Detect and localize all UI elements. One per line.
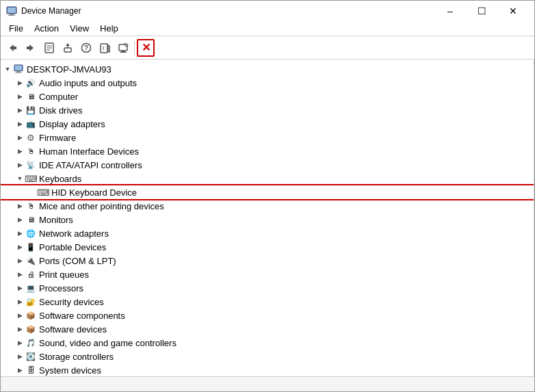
svg-rect-21 xyxy=(121,51,125,52)
tree-item-storage[interactable]: ▶ Storage controllers xyxy=(1,350,534,363)
app-icon xyxy=(6,5,17,16)
network-icon xyxy=(25,228,36,239)
tree-item-firmware[interactable]: ▶ Firmware xyxy=(1,131,534,144)
tree-item-portable[interactable]: ▶ Portable Devices xyxy=(1,240,534,254)
root-node[interactable]: ▼ DESKTOP-JMVAU93 xyxy=(1,62,534,76)
audio-label: Audio inputs and outputs xyxy=(39,78,137,88)
menu-view[interactable]: View xyxy=(64,22,94,35)
device-manager-window: Device Manager – ☐ ✕ File Action View He… xyxy=(0,0,535,392)
scan-hardware-button[interactable] xyxy=(114,39,132,57)
root-computer-icon xyxy=(13,64,24,75)
mice-icon xyxy=(25,200,36,211)
tree-item-sysdev[interactable]: ▶ System devices xyxy=(1,363,534,376)
sound-expand-icon[interactable]: ▶ xyxy=(14,337,25,348)
tree-item-ports[interactable]: ▶ Ports (COM & LPT) xyxy=(1,254,534,267)
sound-icon xyxy=(25,337,36,348)
uninstall-button[interactable] xyxy=(96,39,114,57)
tree-item-processors[interactable]: ▶ Processors xyxy=(1,281,534,295)
tree-item-sound[interactable]: ▶ Sound, video and game controllers xyxy=(1,336,534,350)
tree-item-keyboards[interactable]: ▼ Keyboards xyxy=(1,172,534,185)
menu-help[interactable]: Help xyxy=(94,22,124,35)
portable-expand-icon[interactable]: ▶ xyxy=(14,241,25,252)
disk-expand-icon[interactable]: ▶ xyxy=(14,105,25,116)
close-button[interactable]: ✕ xyxy=(497,1,529,21)
help-button[interactable]: ? xyxy=(77,39,95,57)
firmware-expand-icon[interactable]: ▶ xyxy=(14,132,25,143)
menu-action[interactable]: Action xyxy=(29,22,64,35)
tree-item-computer[interactable]: ▶ Computer xyxy=(1,90,534,103)
storage-label: Storage controllers xyxy=(39,352,114,362)
monitors-expand-icon[interactable]: ▶ xyxy=(14,214,25,225)
window-controls: – ☐ ✕ xyxy=(434,1,529,21)
update-driver-button[interactable] xyxy=(59,39,77,57)
tree-item-disk[interactable]: ▶ Disk drives xyxy=(1,103,534,117)
sysdev-expand-icon[interactable]: ▶ xyxy=(14,365,25,376)
toolbar: ? ✕ xyxy=(1,36,534,60)
security-expand-icon[interactable]: ▶ xyxy=(14,296,25,307)
minimize-button[interactable]: – xyxy=(434,1,466,21)
svg-marker-6 xyxy=(29,44,34,51)
storage-icon xyxy=(25,351,36,362)
svg-text:?: ? xyxy=(84,44,88,52)
keyboard-icon xyxy=(25,173,36,184)
ide-label: IDE ATA/ATAPI controllers xyxy=(39,160,142,170)
computer-expand-icon[interactable]: ▶ xyxy=(14,91,25,102)
print-icon xyxy=(25,269,36,280)
computer-icon xyxy=(25,91,36,102)
root-label: DESKTOP-JMVAU93 xyxy=(27,64,112,75)
menu-file[interactable]: File xyxy=(3,22,29,35)
softcomp-label: Software components xyxy=(39,311,125,321)
toolbar-separator xyxy=(134,40,135,55)
error-button[interactable]: ✕ xyxy=(137,39,155,57)
svg-rect-7 xyxy=(27,47,29,49)
root-expand-icon[interactable]: ▼ xyxy=(2,64,13,75)
hid-keyboard-label: HID Keyboard Device xyxy=(51,187,137,198)
processors-label: Processors xyxy=(39,283,83,293)
softdev-expand-icon[interactable]: ▶ xyxy=(14,324,25,335)
softdev-icon xyxy=(25,324,36,335)
security-icon xyxy=(25,296,36,307)
tree-item-ide[interactable]: ▶ IDE ATA/ATAPI controllers xyxy=(1,158,534,172)
mice-label: Mice and other pointing devices xyxy=(39,201,164,211)
svg-rect-1 xyxy=(10,14,14,15)
content-area: ▼ DESKTOP-JMVAU93 ▶ Audio inputs and out… xyxy=(1,60,534,376)
properties-button[interactable] xyxy=(40,39,58,57)
tree-item-softdev[interactable]: ▶ Software devices xyxy=(1,322,534,336)
softcomp-expand-icon[interactable]: ▶ xyxy=(14,310,25,321)
audio-expand-icon[interactable]: ▶ xyxy=(14,77,25,88)
processors-expand-icon[interactable]: ▶ xyxy=(14,283,25,293)
computer-label: Computer xyxy=(39,92,78,102)
disk-icon xyxy=(25,105,36,116)
monitors-label: Monitors xyxy=(39,215,73,225)
forward-button[interactable] xyxy=(22,39,40,57)
tree-item-network[interactable]: ▶ Network adapters xyxy=(1,226,534,240)
sysdev-icon xyxy=(25,365,36,376)
tree-item-monitors[interactable]: ▶ Monitors xyxy=(1,213,534,226)
print-expand-icon[interactable]: ▶ xyxy=(14,269,25,280)
tree-item-display[interactable]: ▶ Display adapters xyxy=(1,117,534,131)
mice-expand-icon[interactable]: ▶ xyxy=(14,200,25,211)
svg-rect-26 xyxy=(15,66,23,70)
svg-marker-13 xyxy=(66,43,70,46)
ide-icon xyxy=(25,159,36,170)
maximize-button[interactable]: ☐ xyxy=(466,1,497,21)
tree-item-print[interactable]: ▶ Print queues xyxy=(1,267,534,281)
softcomp-icon xyxy=(25,310,36,321)
display-expand-icon[interactable]: ▶ xyxy=(14,118,25,129)
network-expand-icon[interactable]: ▶ xyxy=(14,228,25,239)
svg-marker-4 xyxy=(10,44,14,51)
storage-expand-icon[interactable]: ▶ xyxy=(14,351,25,362)
firmware-label: Firmware xyxy=(39,133,76,143)
tree-item-audio[interactable]: ▶ Audio inputs and outputs xyxy=(1,76,534,90)
tree-item-hid[interactable]: ▶ Human Interface Devices xyxy=(1,144,534,158)
ports-label: Ports (COM & LPT) xyxy=(39,256,116,266)
tree-item-softcomp[interactable]: ▶ Software components xyxy=(1,309,534,322)
ide-expand-icon[interactable]: ▶ xyxy=(14,159,25,170)
ports-expand-icon[interactable]: ▶ xyxy=(14,255,25,266)
tree-item-security[interactable]: ▶ Security devices xyxy=(1,295,534,309)
device-tree[interactable]: ▼ DESKTOP-JMVAU93 ▶ Audio inputs and out… xyxy=(1,60,534,376)
tree-item-mice[interactable]: ▶ Mice and other pointing devices xyxy=(1,199,534,213)
hid-expand-icon[interactable]: ▶ xyxy=(14,146,25,157)
tree-item-hid-keyboard[interactable]: HID Keyboard Device xyxy=(1,185,534,199)
back-button[interactable] xyxy=(3,39,21,57)
